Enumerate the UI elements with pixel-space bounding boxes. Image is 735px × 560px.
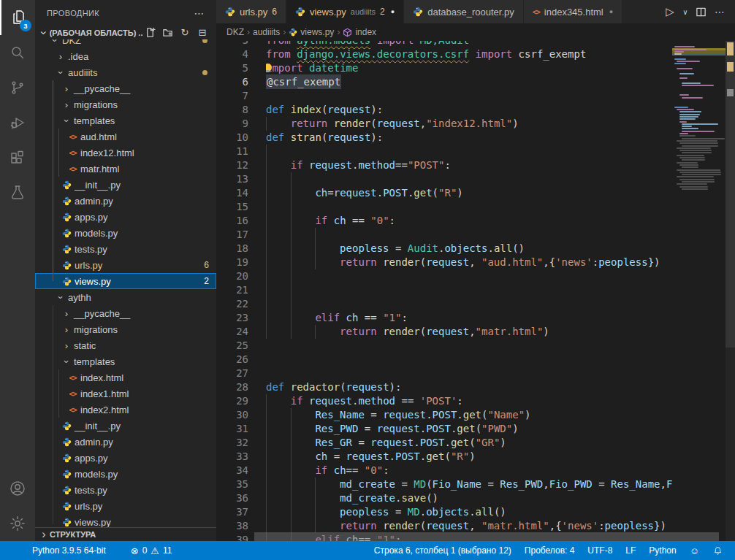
line-number[interactable]: 22 xyxy=(216,297,248,311)
line-number[interactable]: 30 xyxy=(216,408,248,422)
tree-item--pycache-[interactable]: ›__pycache__ xyxy=(35,305,216,321)
tree-item-tests-py[interactable]: tests.py xyxy=(35,241,216,257)
extensions-icon[interactable] xyxy=(0,140,35,175)
tab-urls-py[interactable]: urls.py6 xyxy=(216,0,286,23)
tree-item-apps-py[interactable]: apps.py xyxy=(35,450,216,466)
code-line-15[interactable] xyxy=(266,200,672,214)
tree-item-urls-py[interactable]: urls.py6 xyxy=(35,257,216,273)
code-line-8[interactable]: def index(request): xyxy=(266,103,672,117)
code-line-6[interactable]: @csrf_exempt xyxy=(266,75,672,89)
tree-item-admin-py[interactable]: admin.py xyxy=(35,434,216,450)
horizontal-scrollbar[interactable] xyxy=(254,532,719,541)
code-line-27[interactable] xyxy=(266,367,672,380)
code-lines[interactable]: from aythh.models import MD,Auditfrom dj… xyxy=(266,41,672,541)
line-number-gutter[interactable]: 3456789101112131415161718192021222324252… xyxy=(216,41,248,541)
line-number[interactable]: 33 xyxy=(216,450,248,464)
code-line-38[interactable]: return render(request, "matr.html",{'new… xyxy=(266,519,672,533)
line-number[interactable]: 39 xyxy=(216,533,248,541)
status-item-3[interactable]: LF xyxy=(620,545,641,556)
problems-item[interactable]: ⊗ 0 ⚠ 11 xyxy=(125,545,178,556)
testing-icon[interactable] xyxy=(0,175,35,210)
line-number[interactable]: 28 xyxy=(216,380,248,394)
settings-gear-icon[interactable] xyxy=(0,506,35,541)
tree-item--init-py[interactable]: __init__.py xyxy=(35,177,216,193)
code-line-19[interactable]: return render(request, "aud.html",{'news… xyxy=(266,256,672,269)
new-file-icon[interactable] xyxy=(143,26,156,39)
line-number[interactable]: 12 xyxy=(216,158,248,172)
tree-item--init-py[interactable]: __init__.py xyxy=(35,418,216,434)
tree-item-index2-html[interactable]: <>index2.html xyxy=(35,402,216,418)
line-number[interactable]: 14 xyxy=(216,186,248,200)
code-line-20[interactable] xyxy=(266,269,672,283)
code-line-35[interactable]: md_create = MD(Fio_Name = Res_PWD,Fio_PW… xyxy=(266,477,672,491)
tree-item-models-py[interactable]: models.py xyxy=(35,466,216,482)
code-line-23[interactable]: elif ch == "1": xyxy=(266,311,672,325)
breadcrumb-item-DKZ[interactable]: DKZ xyxy=(226,27,244,37)
status-item-4[interactable]: Python xyxy=(643,545,682,556)
code-line-34[interactable]: if ch== "0": xyxy=(266,464,672,477)
line-number[interactable]: 9 xyxy=(216,117,248,131)
tab-index345-html[interactable]: <>index345.html● xyxy=(524,0,622,23)
line-number[interactable]: 16 xyxy=(216,214,248,228)
line-number[interactable]: 3 xyxy=(216,41,248,47)
tab-views-py[interactable]: views.pyaudiiits2● xyxy=(286,0,404,23)
tree-item--idea[interactable]: ›.idea xyxy=(35,48,216,64)
code-line-14[interactable]: ch=request.POST.get("R") xyxy=(266,186,672,200)
code-line-3[interactable]: from aythh.models import MD,Audit xyxy=(266,41,672,47)
code-editor[interactable]: 3456789101112131415161718192021222324252… xyxy=(216,41,735,541)
code-line-31[interactable]: Res_PWD = request.POST.get("PWD") xyxy=(266,422,672,436)
collapse-all-icon[interactable]: ⊟ xyxy=(196,26,209,39)
line-number[interactable]: 27 xyxy=(216,367,248,380)
code-line-25[interactable] xyxy=(266,339,672,353)
line-number[interactable]: 38 xyxy=(216,519,248,533)
code-line-21[interactable] xyxy=(266,283,672,297)
line-number[interactable]: 15 xyxy=(216,200,248,214)
line-number[interactable]: 11 xyxy=(216,145,248,158)
code-line-12[interactable]: if request.method=="POST": xyxy=(266,158,672,172)
line-number[interactable]: 5 xyxy=(216,61,248,75)
code-line-13[interactable] xyxy=(266,172,672,186)
tree-item-migrations[interactable]: ›migrations xyxy=(35,96,216,112)
line-number[interactable]: 31 xyxy=(216,422,248,436)
code-line-9[interactable]: return render(request,"index12.html") xyxy=(266,117,672,131)
run-dropdown-icon[interactable]: ∨ xyxy=(681,4,690,20)
code-line-24[interactable]: return render(request,"matr.html") xyxy=(266,325,672,339)
explorer-icon[interactable]: 3 xyxy=(0,0,35,35)
code-line-33[interactable]: ch = request.POST.get("R") xyxy=(266,450,672,464)
code-line-30[interactable]: Res_Name = request.POST.get("Name") xyxy=(266,408,672,422)
code-line-22[interactable] xyxy=(266,297,672,311)
tree-item-audiiits[interactable]: ›audiiits xyxy=(35,64,216,80)
line-number[interactable]: 24 xyxy=(216,325,248,339)
tree-item-models-py[interactable]: models.py xyxy=(35,225,216,241)
code-line-11[interactable] xyxy=(266,145,672,158)
breadcrumb-item-views.py[interactable]: views.py xyxy=(289,27,334,37)
line-number[interactable]: 19 xyxy=(216,256,248,269)
line-number[interactable]: 25 xyxy=(216,339,248,353)
breadcrumb-item-audiiits[interactable]: audiiits xyxy=(253,27,280,37)
line-number[interactable]: 8 xyxy=(216,103,248,117)
tree-item-matr-html[interactable]: <>matr.html xyxy=(35,161,216,177)
python-interpreter-item[interactable]: Python 3.9.5 64-bit xyxy=(26,545,112,556)
code-line-32[interactable]: Res_GR = request.POST.get("GR") xyxy=(266,436,672,450)
account-icon[interactable] xyxy=(0,471,35,506)
code-line-29[interactable]: if request.method == 'POST': xyxy=(266,394,672,408)
code-line-37[interactable]: peopless = MD.objects.all() xyxy=(266,505,672,519)
code-line-10[interactable]: def stran(request): xyxy=(266,131,672,145)
line-number[interactable]: 21 xyxy=(216,283,248,297)
code-line-28[interactable]: def redactor(request): xyxy=(266,380,672,394)
status-item-2[interactable]: UTF-8 xyxy=(582,545,618,556)
tree-item-index-html[interactable]: <>index.html xyxy=(35,369,216,386)
minimap[interactable] xyxy=(672,41,726,541)
refresh-icon[interactable]: ↻ xyxy=(178,26,191,39)
tree-item-apps-py[interactable]: apps.py xyxy=(35,209,216,225)
line-number[interactable]: 36 xyxy=(216,491,248,505)
tree-item-views-py[interactable]: views.py2 xyxy=(35,273,216,289)
dirty-dot-icon[interactable]: ● xyxy=(609,8,613,15)
line-number[interactable]: 4 xyxy=(216,47,248,61)
line-number[interactable]: 7 xyxy=(216,89,248,103)
line-number[interactable]: 10 xyxy=(216,131,248,145)
workspace-section-header[interactable]: › (РАБОЧАЯ ОБЛАСТЬ) ... ↻ ⊟ xyxy=(35,26,216,39)
split-editor-icon[interactable] xyxy=(693,4,709,20)
tree-item-admin-py[interactable]: admin.py xyxy=(35,193,216,209)
line-number[interactable]: 26 xyxy=(216,353,248,367)
